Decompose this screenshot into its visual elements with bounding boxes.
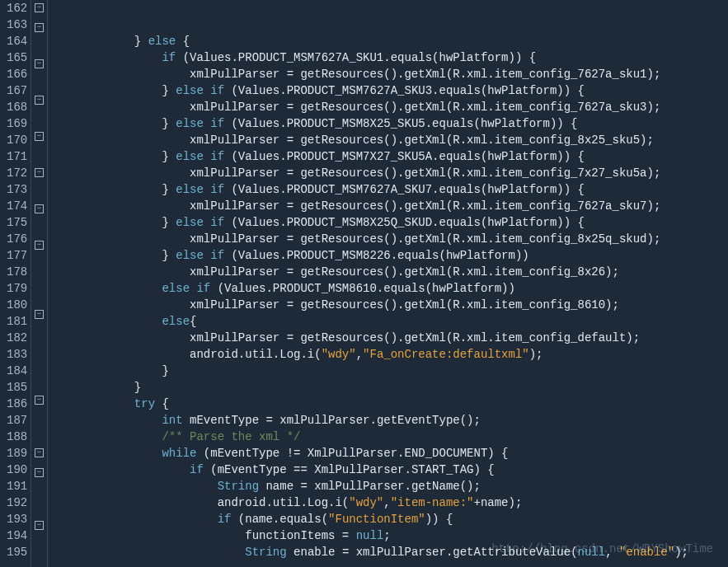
line-number: 171 xyxy=(7,148,27,165)
line-number: 164 xyxy=(7,33,27,49)
code-line[interactable]: } else if (Values.PRODUCT_MSM7627A_SKU3.… xyxy=(51,82,728,99)
line-number: 174 xyxy=(7,198,27,214)
line-number: 181 xyxy=(7,313,27,330)
line-number: 195 xyxy=(7,544,27,560)
line-number: 177 xyxy=(7,247,27,264)
line-number: 188 xyxy=(7,429,27,445)
fold-toggle-icon[interactable]: − xyxy=(35,241,44,250)
line-number: 192 xyxy=(7,494,27,511)
line-number: 169 xyxy=(7,115,27,132)
line-number: 175 xyxy=(7,214,27,231)
line-number: 193 xyxy=(7,511,27,527)
code-line[interactable]: int mEventType = xmlPullParser.getEventT… xyxy=(51,412,728,429)
code-line[interactable]: try { xyxy=(51,396,728,412)
line-number: 173 xyxy=(7,181,27,198)
line-number: 184 xyxy=(7,363,27,379)
line-number: 191 xyxy=(7,478,27,494)
fold-toggle-icon[interactable]: − xyxy=(35,310,44,319)
fold-toggle-icon[interactable]: − xyxy=(35,168,44,177)
line-number: 186 xyxy=(7,396,27,412)
code-line[interactable]: android.util.Log.i("wdy","item-name:"+na… xyxy=(51,494,728,511)
line-number: 183 xyxy=(7,346,27,363)
code-line[interactable]: String name = xmlPullParser.getName(); xyxy=(51,478,728,494)
code-line[interactable]: } else if (Values.PRODUCT_MSM7X27_SKU5A.… xyxy=(51,148,728,165)
line-number: 182 xyxy=(7,330,27,346)
code-line[interactable]: xmlPullParser = getResources().getXml(R.… xyxy=(51,330,728,346)
code-line[interactable]: android.util.Log.i("wdy","Fa_onCreate:de… xyxy=(51,346,728,363)
fold-toggle-icon[interactable]: − xyxy=(35,468,44,477)
fold-toggle-icon[interactable]: − xyxy=(35,96,44,105)
fold-toggle-icon[interactable]: − xyxy=(35,396,44,405)
line-number-gutter: 1621631641651661671681691701711721731741… xyxy=(0,0,31,567)
code-line[interactable]: xmlPullParser = getResources().getXml(R.… xyxy=(51,132,728,148)
code-line[interactable]: if (Values.PRODUCT_MSM7627A_SKU1.equals(… xyxy=(51,49,728,66)
code-line[interactable]: else{ xyxy=(51,313,728,330)
code-line[interactable]: } else if (Values.PRODUCT_MSM8226.equals… xyxy=(51,247,728,264)
watermark-text: http://blog.csdn.net/WDYShowTime xyxy=(491,541,713,557)
code-line[interactable]: if (mEventType == XmlPullParser.START_TA… xyxy=(51,462,728,478)
fold-toggle-icon[interactable]: − xyxy=(35,23,44,32)
line-number: 179 xyxy=(7,280,27,297)
line-number: 168 xyxy=(7,99,27,115)
code-editor[interactable]: } else { if (Values.PRODUCT_MSM7627A_SKU… xyxy=(48,0,728,567)
line-number: 185 xyxy=(7,379,27,396)
fold-toggle-icon[interactable]: − xyxy=(35,3,44,12)
line-number: 165 xyxy=(7,49,27,66)
line-number: 172 xyxy=(7,165,27,181)
code-line[interactable]: xmlPullParser = getResources().getXml(R.… xyxy=(51,231,728,247)
line-number: 187 xyxy=(7,412,27,429)
line-number: 194 xyxy=(7,527,27,544)
line-number: 163 xyxy=(7,16,27,33)
fold-toggle-icon[interactable]: − xyxy=(35,204,44,213)
code-line[interactable]: } else { xyxy=(51,33,728,49)
fold-column: −−−−−−−−−−−−−− xyxy=(31,0,48,567)
code-line[interactable]: xmlPullParser = getResources().getXml(R.… xyxy=(51,165,728,181)
line-number: 170 xyxy=(7,132,27,148)
line-number: 178 xyxy=(7,264,27,280)
code-line[interactable]: else if (Values.PRODUCT_MSM8610.equals(h… xyxy=(51,280,728,297)
code-line[interactable]: xmlPullParser = getResources().getXml(R.… xyxy=(51,66,728,82)
code-line[interactable]: } else if (Values.PRODUCT_MSM7627A_SKU7.… xyxy=(51,181,728,198)
fold-toggle-icon[interactable]: − xyxy=(35,448,44,457)
code-line[interactable] xyxy=(51,560,728,567)
line-number: 189 xyxy=(7,445,27,462)
code-line[interactable]: xmlPullParser = getResources().getXml(R.… xyxy=(51,198,728,214)
line-number: 162 xyxy=(7,0,27,16)
code-line[interactable]: xmlPullParser = getResources().getXml(R.… xyxy=(51,99,728,115)
code-line[interactable]: } else if (Values.PRODUCT_MSM8X25Q_SKUD.… xyxy=(51,214,728,231)
code-line[interactable]: while (mEventType != XmlPullParser.END_D… xyxy=(51,445,728,462)
line-number: 176 xyxy=(7,231,27,247)
code-line[interactable]: xmlPullParser = getResources().getXml(R.… xyxy=(51,264,728,280)
line-number: 190 xyxy=(7,462,27,478)
fold-toggle-icon[interactable]: − xyxy=(35,521,44,530)
code-line[interactable]: } xyxy=(51,363,728,379)
code-line[interactable]: xmlPullParser = getResources().getXml(R.… xyxy=(51,297,728,313)
code-line[interactable]: if (name.equals("FunctionItem")) { xyxy=(51,511,728,527)
line-number: 180 xyxy=(7,297,27,313)
code-line[interactable]: } xyxy=(51,379,728,396)
fold-toggle-icon[interactable]: − xyxy=(35,132,44,141)
fold-toggle-icon[interactable]: − xyxy=(35,59,44,68)
code-line[interactable]: } else if (Values.PRODUCT_MSM8X25_SKU5.e… xyxy=(51,115,728,132)
line-number: 167 xyxy=(7,82,27,99)
code-line[interactable]: /** Parse the xml */ xyxy=(51,429,728,445)
line-number: 166 xyxy=(7,66,27,82)
